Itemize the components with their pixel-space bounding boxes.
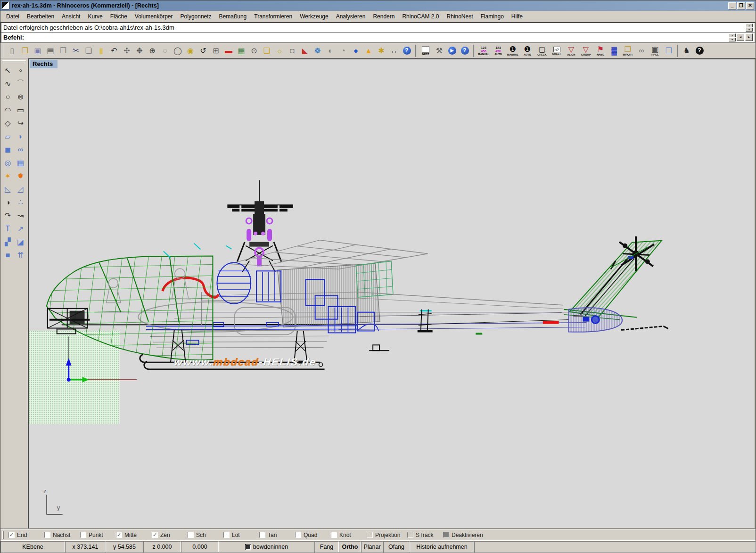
help-dark-icon[interactable]: ? — [693, 44, 706, 57]
viewport-rechts[interactable]: Rechts — [28, 58, 756, 529]
prompt-scrollbar[interactable]: ▲ ▼ — [729, 33, 736, 41]
hpgl-icon[interactable]: ▣HPGL — [648, 44, 662, 57]
print-icon[interactable]: ▤ — [44, 44, 57, 57]
osnap-zen-checkbox[interactable]: ✓ — [152, 532, 158, 538]
paste-icon[interactable]: ▮ — [95, 44, 107, 57]
history-cell[interactable]: Historie aufnehmen — [410, 541, 474, 553]
menu-bema-ung[interactable]: Bemaßung — [215, 12, 251, 21]
adjust-curve-icon[interactable]: ↷ — [2, 209, 14, 222]
viewport-layout-icon[interactable]: ⊞ — [210, 44, 222, 57]
render-sphere-icon[interactable]: ● — [350, 44, 362, 57]
interpolate-curve-icon[interactable]: ⌒ — [15, 77, 27, 90]
import-icon[interactable]: ❒IMPORT — [621, 44, 635, 57]
osnap-deaktivieren-checkbox[interactable] — [443, 532, 449, 538]
pan-icon[interactable]: ✣ — [121, 44, 133, 57]
scroll-up-icon[interactable]: ▲ — [746, 24, 753, 27]
box-icon[interactable]: ❒ — [663, 44, 675, 57]
rectangle-icon[interactable]: ▭ — [15, 104, 27, 116]
cut-icon[interactable]: ✂ — [70, 44, 82, 57]
osnap-strack-checkbox[interactable] — [407, 532, 413, 538]
undo-view-icon[interactable]: ↺ — [197, 44, 209, 57]
osnap-sch[interactable]: Sch — [188, 532, 223, 538]
osnap-grip[interactable] — [2, 531, 4, 539]
text-icon[interactable]: T — [2, 222, 14, 235]
wireframe-sphere-icon[interactable]: ◔ — [337, 44, 349, 57]
x-coord-cell[interactable]: x 373.141 — [65, 541, 106, 553]
name-icon[interactable]: ⚑NAME — [593, 44, 608, 57]
manual-123-icon[interactable]: 123456MANUAL — [477, 44, 491, 57]
menu-hilfe[interactable]: Hilfe — [508, 12, 526, 21]
explode-icon[interactable]: ✶ — [2, 170, 14, 182]
menu-flamingo[interactable]: Flamingo — [477, 12, 508, 21]
link-icon[interactable]: ∞ — [635, 44, 648, 57]
blocks-icon[interactable]: ▞ — [2, 236, 14, 248]
arc-icon[interactable]: ◠ — [2, 104, 14, 116]
fang-cell[interactable]: Fang — [314, 541, 339, 553]
osnap-quad[interactable]: Quad — [295, 532, 331, 538]
align-icon[interactable]: ▽ALIGN — [564, 44, 578, 57]
torus-icon[interactable]: ◎ — [2, 156, 14, 169]
osnap-nächst[interactable]: Nächst — [44, 532, 80, 538]
menu-ansicht[interactable]: Ansicht — [58, 12, 84, 21]
osnap-deaktivieren[interactable]: Deaktivieren — [443, 532, 484, 538]
lightbulb-icon[interactable]: ☼ — [273, 44, 286, 57]
menu-fl-che[interactable]: Fläche — [107, 12, 131, 21]
menu-werkzeuge[interactable]: Werkzeuge — [296, 12, 332, 21]
cplane-cell[interactable]: KEbene — [0, 541, 65, 553]
osnap-projektion-checkbox[interactable] — [367, 532, 373, 538]
check-icon[interactable]: ▢CHECK — [535, 44, 549, 57]
zoom-selected-icon[interactable]: ◉ — [184, 44, 197, 57]
offset-curve-icon[interactable]: ↝ — [15, 209, 27, 222]
car-icon[interactable]: ▬ — [222, 44, 235, 57]
osnap-punkt[interactable]: Punkt — [80, 532, 116, 538]
sheet-icon[interactable]: n?SHEET — [550, 44, 564, 57]
cone-icon[interactable]: ▲ — [362, 44, 375, 57]
texture-icon[interactable]: ▓ — [608, 44, 620, 57]
polygon-icon[interactable]: ◇ — [2, 117, 14, 130]
boolean-union-icon[interactable]: ◑ — [2, 196, 14, 209]
hammer-icon[interactable]: ⚒ — [433, 44, 445, 57]
osnap-knot[interactable]: Knot — [331, 532, 367, 538]
scroll-up2-icon[interactable]: ▲ — [729, 33, 736, 37]
open-file-icon[interactable]: ❒ — [19, 44, 31, 57]
osnap-strack[interactable]: STrack — [407, 532, 443, 538]
scroll-right-icon[interactable]: ► — [745, 33, 753, 41]
menu-rendern[interactable]: Rendern — [369, 12, 398, 21]
pointer-icon[interactable]: ↖ — [2, 64, 14, 77]
chamfer-icon[interactable]: ◿ — [15, 183, 27, 195]
y-coord-cell[interactable]: y 54.585 — [106, 541, 143, 553]
rhinonest-icon[interactable]: NEST — [419, 44, 433, 57]
close-button[interactable]: ✕ — [746, 2, 754, 9]
rotate-view-icon[interactable]: ✥ — [133, 44, 146, 57]
osnap-projektion[interactable]: Projektion — [367, 532, 407, 538]
side-toolbar-grip[interactable] — [2, 60, 26, 62]
layer-cell[interactable]: bowdeninnen — [219, 541, 314, 553]
auto-123-icon[interactable]: 123456AUTO — [491, 44, 505, 57]
menu-rhinonest[interactable]: RhinoNest — [443, 12, 477, 21]
osnap-tan-checkbox[interactable] — [259, 532, 265, 538]
wedge-icon[interactable]: ◣ — [299, 44, 311, 57]
layer-points-icon[interactable]: ❑ — [261, 44, 273, 57]
dimension-icon[interactable]: ↔ — [388, 44, 400, 57]
osnap-mitte[interactable]: ✓Mitte — [116, 532, 152, 538]
restore-button[interactable]: ❒ — [737, 2, 745, 9]
toolbar-grip[interactable] — [3, 45, 4, 57]
osnap-sch-checkbox[interactable] — [188, 532, 194, 538]
curved-surface-icon[interactable]: ◗ — [15, 130, 27, 143]
osnap-tan[interactable]: Tan — [259, 532, 295, 538]
minimize-button[interactable]: _ — [728, 2, 736, 9]
export-page-icon[interactable]: ❐ — [57, 44, 69, 57]
menu-bearbeiten[interactable]: Bearbeiten — [23, 12, 58, 21]
tilt-plane-icon[interactable]: ◪ — [15, 236, 27, 248]
lock-icon[interactable]: ◘ — [286, 44, 298, 57]
layer-color-swatch[interactable] — [245, 544, 251, 550]
auto-1-icon[interactable]: ❶AUTO — [520, 44, 534, 57]
osnap-quad-checkbox[interactable] — [295, 532, 301, 538]
boolean-diff-icon[interactable]: ∴ — [15, 196, 27, 209]
zoom-icon[interactable]: ⊕ — [146, 44, 158, 57]
osnap-zen[interactable]: ✓Zen — [152, 532, 188, 538]
menu-volumenk-rper[interactable]: Volumenkörper — [131, 12, 177, 21]
menu-datei[interactable]: Datei — [2, 12, 23, 21]
extrude-icon[interactable]: ⇈ — [15, 249, 27, 261]
zoom-extents-icon[interactable]: ◯ — [172, 44, 184, 57]
